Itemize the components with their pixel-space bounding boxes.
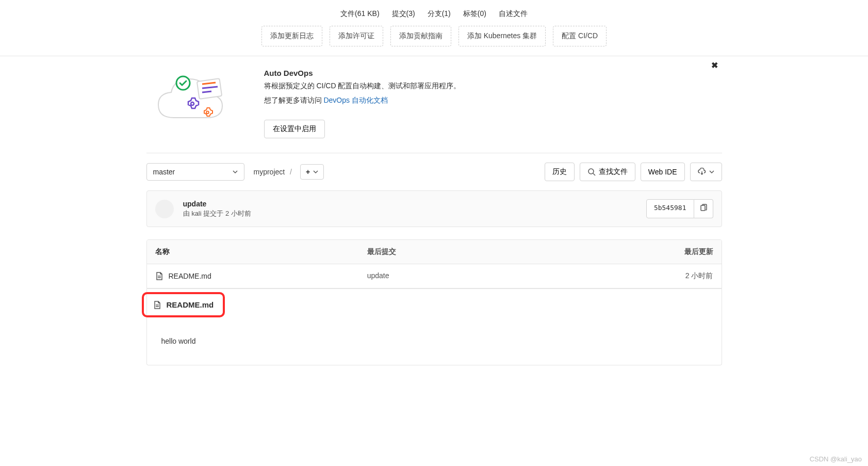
add-contributing-button[interactable]: 添加贡献指南 — [390, 26, 451, 46]
svg-line-8 — [593, 173, 595, 175]
svg-point-5 — [191, 102, 194, 105]
copy-icon — [699, 204, 708, 212]
last-commit-box: update 由 kali 提交于 2 小时前 5b545981 — [146, 190, 722, 227]
branch-selector[interactable]: master — [146, 163, 244, 181]
auto-devops-banner: Auto DevOps 将根据预定义的 CI/CD 配置自动构建、测试和部署应用… — [146, 56, 722, 153]
readme-panel: README.md hello world — [146, 289, 722, 365]
header-name: 名称 — [155, 247, 367, 256]
svg-rect-9 — [701, 205, 705, 211]
file-tree-table: 名称 最后提交 最后更新 README.md update 2 小时前 — [146, 239, 722, 289]
stat-branches[interactable]: 分支(1) — [428, 9, 451, 19]
stat-files[interactable]: 文件(61 KB) — [340, 9, 379, 19]
branch-name: master — [153, 168, 175, 176]
history-button[interactable]: 历史 — [545, 163, 575, 181]
search-icon — [587, 168, 596, 176]
readme-content: hello world — [147, 317, 722, 365]
avatar — [155, 200, 174, 218]
table-row[interactable]: README.md update 2 小时前 — [147, 264, 722, 288]
breadcrumb: myproject / — [254, 168, 295, 176]
svg-line-4 — [202, 91, 211, 92]
readme-filename: README.md — [167, 300, 214, 309]
add-kubernetes-button[interactable]: 添加 Kubernetes 集群 — [458, 26, 546, 46]
chevron-down-icon — [233, 169, 238, 174]
add-changelog-button[interactable]: 添加更新日志 — [261, 26, 322, 46]
table-header: 名称 最后提交 最后更新 — [147, 240, 722, 264]
quick-actions-row: 添加更新日志 添加许可证 添加贡献指南 添加 Kubernetes 集群 配置 … — [0, 26, 868, 46]
devops-illustration — [151, 69, 243, 131]
plus-icon: + — [306, 168, 310, 176]
stat-readme[interactable]: 自述文件 — [499, 9, 528, 19]
commit-message[interactable]: update — [183, 200, 646, 208]
chevron-down-icon — [313, 169, 318, 174]
cloud-download-icon — [698, 168, 706, 176]
row-commit-message: update — [367, 271, 651, 281]
download-dropdown-button[interactable] — [690, 163, 722, 181]
commit-meta: 由 kali 提交于 2 小时前 — [183, 209, 646, 218]
devops-description: 将根据预定义的 CI/CD 配置自动构建、测试和部署应用程序。 — [264, 82, 718, 91]
breadcrumb-project[interactable]: myproject — [254, 168, 285, 176]
file-name: README.md — [169, 272, 211, 280]
configure-cicd-button[interactable]: 配置 CI/CD — [553, 26, 607, 46]
file-icon — [153, 301, 161, 309]
enable-devops-button[interactable]: 在设置中启用 — [264, 120, 325, 138]
devops-title: Auto DevOps — [264, 69, 718, 77]
project-stats-row: 文件(61 KB) 提交(3) 分支(1) 标签(0) 自述文件 — [0, 0, 868, 26]
commit-sha[interactable]: 5b545981 — [646, 199, 694, 218]
add-dropdown-button[interactable]: + — [300, 164, 324, 180]
add-license-button[interactable]: 添加许可证 — [330, 26, 383, 46]
project-top-bar: 文件(61 KB) 提交(3) 分支(1) 标签(0) 自述文件 添加更新日志 … — [0, 0, 868, 56]
header-last-updated: 最后更新 — [651, 247, 713, 256]
svg-point-6 — [206, 111, 209, 114]
web-ide-button[interactable]: Web IDE — [641, 163, 685, 181]
stat-tags[interactable]: 标签(0) — [463, 9, 486, 19]
stat-commits[interactable]: 提交(3) — [392, 9, 415, 19]
tree-controls: master myproject / + 历史 查找文件 Web IDE — [146, 153, 722, 190]
file-icon — [155, 272, 163, 280]
devops-docs-link[interactable]: DevOps 自动化文档 — [323, 96, 387, 104]
copy-sha-button[interactable] — [694, 199, 713, 218]
find-file-button[interactable]: 查找文件 — [580, 163, 635, 181]
readme-header[interactable]: README.md — [142, 292, 225, 317]
chevron-down-icon — [709, 169, 714, 174]
close-icon[interactable]: ✖ — [711, 60, 718, 70]
devops-more: 想了解更多请访问 DevOps 自动化文档 — [264, 96, 718, 105]
svg-rect-1 — [196, 78, 221, 99]
header-last-commit: 最后提交 — [367, 247, 651, 256]
svg-point-7 — [588, 169, 594, 174]
row-updated: 2 小时前 — [651, 271, 713, 281]
